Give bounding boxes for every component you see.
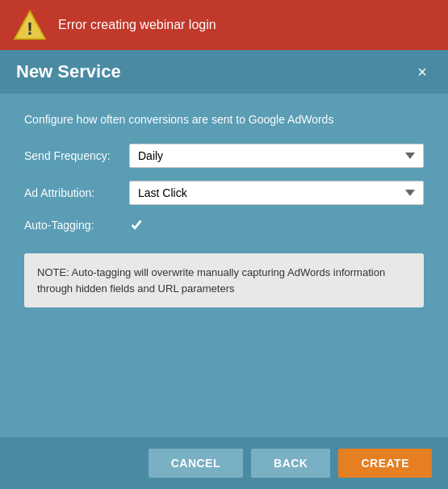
dialog: New Service × Configure how often conver… [0, 50, 448, 489]
dialog-body: Configure how often conversions are sent… [0, 94, 448, 437]
ad-attribution-row: Ad Attribution: Last Click First Click L… [24, 181, 424, 205]
error-banner: ! Error creating webinar login [0, 0, 448, 50]
back-button[interactable]: BACK [251, 449, 330, 478]
create-button[interactable]: CREATE [338, 449, 432, 478]
note-box: NOTE: Auto-tagging will overwrite manual… [24, 253, 424, 307]
send-frequency-label: Send Frequency: [24, 149, 129, 162]
svg-text:!: ! [27, 19, 32, 39]
auto-tagging-row: Auto-Tagging: [24, 218, 424, 232]
ad-attribution-select[interactable]: Last Click First Click Linear [129, 181, 424, 205]
dialog-title: New Service [16, 61, 121, 82]
dialog-footer: CANCEL BACK CREATE [0, 437, 448, 489]
close-button[interactable]: × [412, 62, 432, 82]
cancel-button[interactable]: CANCEL [149, 449, 243, 478]
ad-attribution-label: Ad Attribution: [24, 186, 129, 199]
send-frequency-select[interactable]: Daily Weekly Monthly [129, 144, 424, 168]
dialog-description: Configure how often conversions are sent… [24, 113, 424, 126]
auto-tagging-label: Auto-Tagging: [24, 219, 129, 232]
error-message: Error creating webinar login [58, 18, 216, 32]
warning-icon: ! [13, 10, 47, 40]
note-text: NOTE: Auto-tagging will overwrite manual… [37, 266, 385, 295]
send-frequency-row: Send Frequency: Daily Weekly Monthly [24, 144, 424, 168]
dialog-header: New Service × [0, 50, 448, 94]
auto-tagging-checkbox[interactable] [129, 218, 144, 232]
